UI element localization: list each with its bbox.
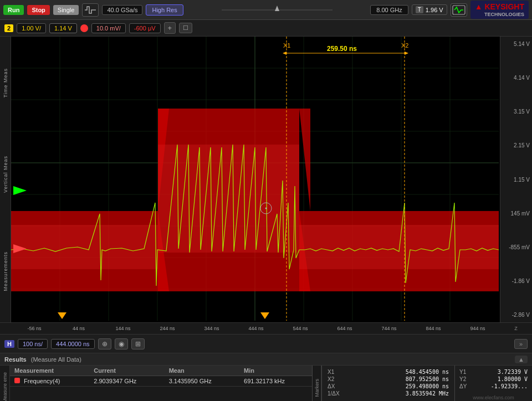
y1-row: Y1 3.72339 V — [459, 369, 528, 375]
knob-button[interactable]: ◉ — [115, 338, 128, 349]
scale-2v15: 2.15 V — [503, 142, 530, 148]
h-label: H — [4, 340, 14, 348]
right-scale: 5.14 V 4.14 V 3.15 V 2.15 V 1.15 V 145 m… — [500, 37, 532, 322]
invdx-key: 1/ΔX — [328, 390, 340, 397]
markers-label: Markers — [314, 379, 320, 397]
dy-key: ΔY — [459, 383, 467, 389]
meas-mean: 3.1435950 GHz — [165, 376, 239, 387]
waveform-display: X1 X2 259.50 ns — [11, 37, 500, 322]
svg-marker-35 — [405, 52, 408, 55]
single-button[interactable]: Single — [53, 5, 79, 15]
results-title: Results — [4, 356, 27, 363]
trig-box: T 1.96 V — [412, 4, 447, 15]
mode-button[interactable]: ⊞ — [131, 338, 145, 349]
keysight-logo: ▲ KEYSIGHT TECHNOLOGIES — [470, 1, 529, 19]
ch2-offset[interactable]: -600 μV — [129, 23, 161, 33]
dy-val: -1.92339... — [491, 383, 528, 389]
meas-color-indicator — [14, 378, 20, 383]
channel-bar: 2 1.00 V/ 1.14 V 10.0 mV/ -600 μV + ☐ — [0, 20, 532, 37]
stop-button[interactable]: Stop — [27, 5, 49, 15]
zoom-button[interactable]: ⊕ — [98, 338, 111, 349]
measure-eme-label: Measure eme — [2, 372, 8, 401]
trig-volt: 1.96 V — [426, 7, 443, 13]
results-subtitle: (Measure All Data) — [31, 356, 81, 363]
run-button[interactable]: Run — [3, 5, 24, 15]
time-444ns: 444 ns — [234, 326, 278, 331]
results-expand-button[interactable]: ▲ — [515, 356, 528, 363]
svg-text:259.50 ns: 259.50 ns — [327, 45, 357, 53]
meas-left: Measurement Current Mean Min Frequency(4… — [10, 366, 312, 401]
marker-dx-row: ΔX 259.498000 ns — [328, 383, 449, 389]
meas-area: Measure eme Measurement Current Mean Min… — [0, 366, 532, 401]
svg-rect-26 — [11, 225, 158, 269]
measurements-label: Measurements — [3, 251, 8, 291]
watermark: www.elecfans.com — [459, 395, 528, 400]
x1-key: X1 — [328, 369, 334, 375]
dy-row: ΔY -1.92339... — [459, 383, 528, 389]
svg-marker-34 — [283, 52, 287, 55]
h-position[interactable]: 444.0000 ns — [51, 339, 95, 349]
scale-n286v: -2.86 V — [503, 312, 530, 318]
dx-key: ΔX — [328, 383, 335, 389]
trigger-pos-indicator — [222, 4, 332, 16]
measurements-table: Measurement Current Mean Min Frequency(4… — [10, 366, 312, 387]
time-844ns: 844 ns — [411, 326, 456, 331]
y2-row: Y2 1.80000 V — [459, 376, 528, 382]
time-244ns: 244 ns — [145, 326, 190, 331]
svg-marker-42 — [260, 312, 269, 319]
scope-canvas: X1 X2 259.50 ns — [11, 37, 500, 322]
markers-panel: X1 548.454500 ns X2 807.952500 ns ΔX 259… — [321, 366, 454, 401]
time-544ns: 544 ns — [278, 326, 323, 331]
time-44ns: 44 ns — [57, 326, 101, 331]
scale-n855mv: -855 mV — [503, 244, 530, 250]
main-area: Time Meas Vertical Meas Measurements — [0, 37, 532, 322]
time-bar: -56 ns 44 ns 144 ns 244 ns 344 ns 444 ns… — [0, 322, 532, 335]
time-meas-label: Time Meas — [3, 68, 8, 97]
svg-point-38 — [265, 208, 267, 209]
x1-val: 548.454500 ns — [406, 369, 449, 375]
table-row: Frequency(4) 2.9039347 GHz 3.1435950 GHz… — [10, 376, 312, 387]
svg-text:X1: X1 — [283, 42, 290, 49]
svg-marker-39 — [13, 186, 27, 195]
vertical-meas-label: Vertical Meas — [3, 156, 8, 193]
col-current: Current — [89, 366, 164, 376]
ch1-scale[interactable]: 1.00 V/ — [17, 23, 46, 33]
meas-current: 2.9039347 GHz — [89, 376, 164, 387]
time-n56ns: -56 ns — [12, 326, 57, 331]
svg-marker-41 — [58, 312, 66, 319]
time-144ns: 144 ns — [101, 326, 145, 331]
col-measurement: Measurement — [10, 366, 89, 376]
time-744ns: 744 ns — [367, 326, 411, 331]
y2-val: 1.80000 V — [498, 376, 528, 382]
svg-rect-28 — [299, 225, 499, 269]
meas-name-text: Frequency(4) — [24, 378, 60, 384]
side-right-panel: Y1 3.72339 V Y2 1.80000 V ΔY -1.92339...… — [454, 366, 532, 401]
add-channel-button[interactable]: + — [164, 22, 176, 34]
scale-5v14: 5.14 V — [503, 41, 530, 47]
y1-key: Y1 — [459, 369, 466, 375]
left-labels: Time Meas Vertical Meas Measurements — [0, 37, 11, 322]
time-z: Z — [500, 326, 532, 331]
dx-val: 259.498000 ns — [406, 383, 449, 389]
results-bar: Results (Measure All Data) ▲ — [0, 353, 532, 366]
expand-button[interactable]: » — [514, 339, 528, 349]
ch2-scale[interactable]: 10.0 mV/ — [91, 23, 126, 33]
col-min: Min — [239, 366, 312, 376]
trig-t-label: T — [416, 6, 423, 13]
invdx-val: 3.8535942 MHz — [406, 390, 449, 397]
scale-3v15: 3.15 V — [503, 109, 530, 115]
acq-rate: 40.0 GSa/s — [102, 5, 142, 15]
meas-min: 691.32173 kHz — [239, 376, 312, 387]
horiz-bar: H 100 ns/ 444.0000 ns ⊕ ◉ ⊞ » — [0, 335, 532, 353]
x2-val: 807.952500 ns — [406, 376, 449, 382]
ch1-offset[interactable]: 1.14 V — [49, 23, 77, 33]
markers-section: Markers X1 548.454500 ns X2 807.952500 n… — [312, 366, 454, 401]
marker-x1-row: X1 548.454500 ns — [328, 369, 449, 375]
col-mean: Mean — [165, 366, 239, 376]
marker-x2-row: X2 807.952500 ns — [328, 376, 449, 382]
scale-1v15: 1.15 V — [503, 177, 530, 183]
math-button[interactable]: ☐ — [179, 23, 192, 33]
time-644ns: 644 ns — [323, 326, 367, 331]
h-scale[interactable]: 100 ns/ — [18, 339, 48, 349]
highres-button[interactable]: High Res — [146, 4, 183, 16]
